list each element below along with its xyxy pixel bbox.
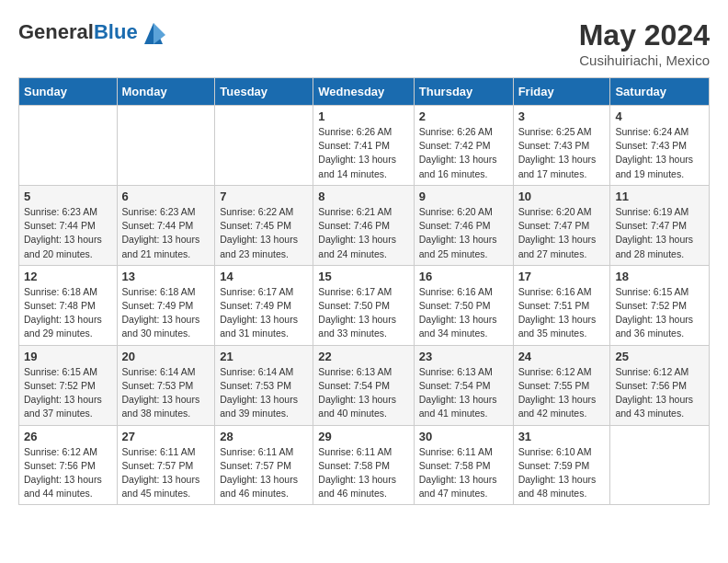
calendar-cell: 3Sunrise: 6:25 AM Sunset: 7:43 PM Daylig… (513, 106, 610, 186)
day-number: 27 (122, 430, 210, 443)
calendar-cell: 9Sunrise: 6:20 AM Sunset: 7:46 PM Daylig… (414, 185, 513, 265)
calendar-cell: 24Sunrise: 6:12 AM Sunset: 7:55 PM Dayli… (513, 345, 610, 425)
weekday-header-sunday: Sunday (19, 78, 118, 106)
day-info: Sunrise: 6:25 AM Sunset: 7:43 PM Dayligh… (518, 125, 606, 181)
day-info: Sunrise: 6:17 AM Sunset: 7:50 PM Dayligh… (318, 285, 408, 341)
calendar-cell: 18Sunrise: 6:15 AM Sunset: 7:52 PM Dayli… (610, 265, 710, 345)
day-info: Sunrise: 6:23 AM Sunset: 7:44 PM Dayligh… (24, 205, 112, 261)
day-number: 12 (24, 270, 112, 283)
day-number: 4 (615, 109, 704, 123)
calendar-cell: 5Sunrise: 6:23 AM Sunset: 7:44 PM Daylig… (19, 185, 118, 265)
day-info: Sunrise: 6:11 AM Sunset: 7:57 PM Dayligh… (122, 445, 210, 501)
title-block: May 2024 Cusihuiriachi, Mexico (579, 18, 710, 68)
weekday-header-thursday: Thursday (414, 78, 513, 106)
day-info: Sunrise: 6:26 AM Sunset: 7:41 PM Dayligh… (318, 125, 408, 181)
day-number: 26 (24, 430, 112, 443)
day-info: Sunrise: 6:19 AM Sunset: 7:47 PM Dayligh… (615, 205, 704, 261)
day-number: 7 (220, 190, 308, 203)
day-info: Sunrise: 6:11 AM Sunset: 7:57 PM Dayligh… (220, 445, 308, 501)
day-number: 11 (615, 190, 704, 203)
calendar-cell: 8Sunrise: 6:21 AM Sunset: 7:46 PM Daylig… (313, 185, 414, 265)
day-info: Sunrise: 6:26 AM Sunset: 7:42 PM Dayligh… (419, 125, 508, 181)
weekday-header-row: SundayMondayTuesdayWednesdayThursdayFrid… (19, 78, 710, 106)
day-info: Sunrise: 6:12 AM Sunset: 7:55 PM Dayligh… (518, 365, 606, 421)
day-number: 18 (615, 270, 704, 283)
day-number: 9 (419, 190, 508, 203)
calendar-cell: 14Sunrise: 6:17 AM Sunset: 7:49 PM Dayli… (215, 265, 313, 345)
day-number: 29 (318, 430, 408, 443)
day-info: Sunrise: 6:16 AM Sunset: 7:51 PM Dayligh… (518, 285, 606, 341)
day-number: 5 (24, 190, 112, 203)
day-info: Sunrise: 6:13 AM Sunset: 7:54 PM Dayligh… (318, 365, 408, 421)
day-info: Sunrise: 6:13 AM Sunset: 7:54 PM Dayligh… (419, 365, 508, 421)
logo-general: General (18, 20, 94, 43)
logo-blue: Blue (94, 20, 138, 43)
day-info: Sunrise: 6:12 AM Sunset: 7:56 PM Dayligh… (24, 445, 112, 501)
day-info: Sunrise: 6:15 AM Sunset: 7:52 PM Dayligh… (615, 285, 704, 341)
day-number: 14 (220, 270, 308, 283)
week-row-4: 19Sunrise: 6:15 AM Sunset: 7:52 PM Dayli… (19, 345, 710, 425)
calendar-cell: 25Sunrise: 6:12 AM Sunset: 7:56 PM Dayli… (610, 345, 710, 425)
calendar-cell: 21Sunrise: 6:14 AM Sunset: 7:53 PM Dayli… (215, 345, 313, 425)
day-info: Sunrise: 6:18 AM Sunset: 7:48 PM Dayligh… (24, 285, 112, 341)
day-number: 28 (220, 430, 308, 443)
day-info: Sunrise: 6:22 AM Sunset: 7:45 PM Dayligh… (220, 205, 308, 261)
day-number: 19 (24, 350, 112, 363)
calendar-cell: 26Sunrise: 6:12 AM Sunset: 7:56 PM Dayli… (19, 425, 118, 505)
calendar-cell: 28Sunrise: 6:11 AM Sunset: 7:57 PM Dayli… (215, 425, 313, 505)
day-number: 1 (318, 109, 408, 123)
week-row-1: 1Sunrise: 6:26 AM Sunset: 7:41 PM Daylig… (19, 106, 710, 186)
day-info: Sunrise: 6:20 AM Sunset: 7:46 PM Dayligh… (419, 205, 508, 261)
logo-icon (140, 18, 167, 46)
calendar-cell (215, 106, 313, 186)
calendar-cell: 15Sunrise: 6:17 AM Sunset: 7:50 PM Dayli… (313, 265, 414, 345)
day-info: Sunrise: 6:11 AM Sunset: 7:58 PM Dayligh… (318, 445, 408, 501)
weekday-header-friday: Friday (513, 78, 610, 106)
calendar-cell: 22Sunrise: 6:13 AM Sunset: 7:54 PM Dayli… (313, 345, 414, 425)
weekday-header-tuesday: Tuesday (215, 78, 313, 106)
day-info: Sunrise: 6:12 AM Sunset: 7:56 PM Dayligh… (615, 365, 704, 421)
week-row-5: 26Sunrise: 6:12 AM Sunset: 7:56 PM Dayli… (19, 425, 710, 505)
day-info: Sunrise: 6:20 AM Sunset: 7:47 PM Dayligh… (518, 205, 606, 261)
week-row-3: 12Sunrise: 6:18 AM Sunset: 7:48 PM Dayli… (19, 265, 710, 345)
calendar-cell: 4Sunrise: 6:24 AM Sunset: 7:43 PM Daylig… (610, 106, 710, 186)
day-number: 24 (518, 350, 606, 363)
calendar-body: 1Sunrise: 6:26 AM Sunset: 7:41 PM Daylig… (19, 106, 710, 505)
calendar-table: SundayMondayTuesdayWednesdayThursdayFrid… (18, 77, 710, 505)
calendar-cell: 7Sunrise: 6:22 AM Sunset: 7:45 PM Daylig… (215, 185, 313, 265)
calendar-cell: 19Sunrise: 6:15 AM Sunset: 7:52 PM Dayli… (19, 345, 118, 425)
calendar-cell: 30Sunrise: 6:11 AM Sunset: 7:58 PM Dayli… (414, 425, 513, 505)
day-info: Sunrise: 6:14 AM Sunset: 7:53 PM Dayligh… (220, 365, 308, 421)
day-info: Sunrise: 6:11 AM Sunset: 7:58 PM Dayligh… (419, 445, 508, 501)
calendar-cell: 16Sunrise: 6:16 AM Sunset: 7:50 PM Dayli… (414, 265, 513, 345)
day-number: 23 (419, 350, 508, 363)
weekday-header-saturday: Saturday (610, 78, 710, 106)
day-number: 10 (518, 190, 606, 203)
day-number: 8 (318, 190, 408, 203)
day-info: Sunrise: 6:21 AM Sunset: 7:46 PM Dayligh… (318, 205, 408, 261)
day-info: Sunrise: 6:16 AM Sunset: 7:50 PM Dayligh… (419, 285, 508, 341)
calendar-cell: 11Sunrise: 6:19 AM Sunset: 7:47 PM Dayli… (610, 185, 710, 265)
calendar-cell: 29Sunrise: 6:11 AM Sunset: 7:58 PM Dayli… (313, 425, 414, 505)
day-number: 25 (615, 350, 704, 363)
day-info: Sunrise: 6:23 AM Sunset: 7:44 PM Dayligh… (122, 205, 210, 261)
day-info: Sunrise: 6:17 AM Sunset: 7:49 PM Dayligh… (220, 285, 308, 341)
day-number: 2 (419, 109, 508, 123)
calendar-cell: 23Sunrise: 6:13 AM Sunset: 7:54 PM Dayli… (414, 345, 513, 425)
day-info: Sunrise: 6:14 AM Sunset: 7:53 PM Dayligh… (122, 365, 210, 421)
calendar-cell: 13Sunrise: 6:18 AM Sunset: 7:49 PM Dayli… (117, 265, 215, 345)
day-number: 3 (518, 109, 606, 123)
day-info: Sunrise: 6:18 AM Sunset: 7:49 PM Dayligh… (122, 285, 210, 341)
calendar-cell: 6Sunrise: 6:23 AM Sunset: 7:44 PM Daylig… (117, 185, 215, 265)
calendar-cell (610, 425, 710, 505)
main-title: May 2024 (579, 18, 710, 52)
logo: GeneralBlue (18, 18, 167, 46)
page-header: GeneralBlue May 2024 Cusihuiriachi, Mexi… (18, 18, 710, 68)
day-number: 22 (318, 350, 408, 363)
calendar-cell: 20Sunrise: 6:14 AM Sunset: 7:53 PM Dayli… (117, 345, 215, 425)
day-number: 30 (419, 430, 508, 443)
day-number: 6 (122, 190, 210, 203)
day-info: Sunrise: 6:24 AM Sunset: 7:43 PM Dayligh… (615, 125, 704, 181)
calendar-cell: 2Sunrise: 6:26 AM Sunset: 7:42 PM Daylig… (414, 106, 513, 186)
day-number: 31 (518, 430, 606, 443)
